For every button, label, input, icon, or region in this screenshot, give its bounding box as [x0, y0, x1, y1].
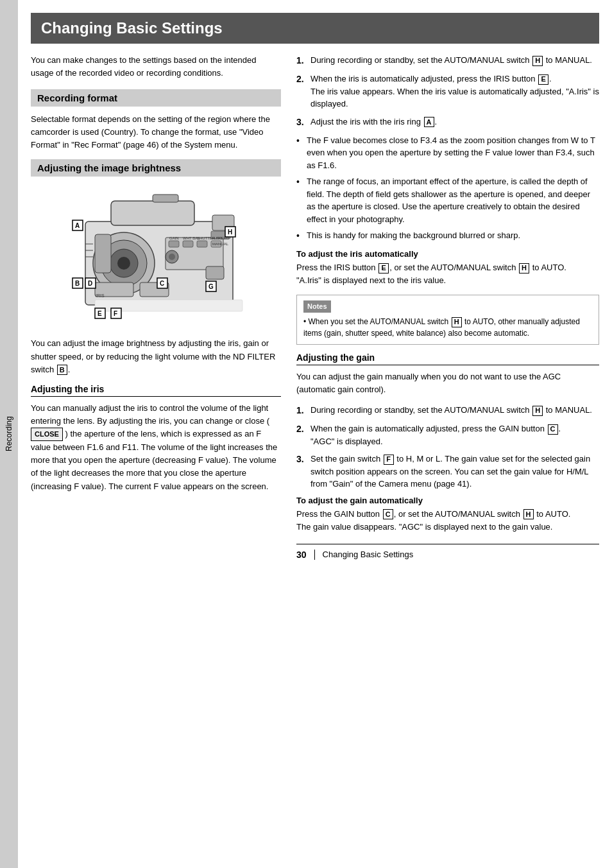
adjusting-iris-header: Adjusting the iris [31, 384, 281, 397]
svg-rect-22 [206, 266, 224, 279]
switch-H-notes: H [452, 317, 462, 327]
svg-rect-10 [183, 241, 193, 247]
iris-ring-A: A [424, 117, 434, 127]
svg-rect-5 [111, 201, 194, 225]
side-tab: Recording [0, 0, 18, 868]
switch-H-1: H [532, 56, 543, 66]
iris-steps-list: 1. During recording or standby, set the … [296, 54, 599, 129]
intro-text: You can make changes to the settings bas… [31, 54, 281, 79]
iris-btn-E-1: E [538, 74, 548, 85]
close-button-inline: CLOSE [31, 428, 63, 441]
image-brightness-header: Adjusting the image brightness [31, 159, 281, 177]
notes-label: Notes [303, 300, 331, 313]
svg-text:G: G [208, 283, 214, 290]
svg-text:MANUAL: MANUAL [212, 242, 229, 246]
camera-illustration: GAIN WHT BAL SHUTTER SPEED AUTO MANUAL I… [47, 183, 265, 331]
iris-step-2: 2. When the iris is automatically adjust… [296, 73, 599, 110]
notes-text: • When you set the AUTO/MANUAL switch H … [303, 316, 592, 339]
page-title: Changing Basic Settings [31, 13, 599, 44]
gain-btn-C-2: C [383, 509, 393, 519]
adjusting-gain-text: You can adjust the gain manually when yo… [296, 370, 599, 396]
svg-text:C: C [160, 280, 164, 287]
page-number: 30 [296, 550, 307, 560]
svg-rect-11 [197, 241, 207, 247]
iris-bullets: • The F value becomes close to F3.4 as t… [296, 134, 599, 243]
svg-rect-7 [153, 195, 178, 202]
svg-point-4 [117, 257, 130, 270]
svg-text:IRIS: IRIS [96, 293, 105, 298]
footer-title: Changing Basic Settings [323, 550, 414, 559]
gain-step-1: 1. During recording or standby, set the … [296, 404, 599, 417]
switch-H-gain-2: H [523, 509, 534, 519]
gain-btn-C: C [548, 424, 558, 435]
footer-divider [314, 550, 315, 560]
svg-text:AUTO: AUTO [212, 236, 223, 240]
svg-point-21 [169, 254, 175, 260]
svg-text:F: F [114, 310, 117, 317]
svg-rect-9 [169, 241, 179, 247]
gain-switch-F: F [384, 455, 394, 465]
gain-step-3: 3. Set the gain switch F to H, M or L. T… [296, 453, 599, 490]
svg-text:D: D [88, 280, 92, 287]
svg-text:E: E [98, 310, 102, 317]
iris-bullet-3: • This is handy for making the backgroun… [296, 229, 599, 243]
auto-iris-subheading: To adjust the iris automatically [296, 249, 599, 259]
adjusting-gain-header: Adjusting the gain [296, 352, 599, 365]
auto-gain-text: Press the GAIN button C, or set the AUTO… [296, 508, 599, 534]
iris-step-3: 3. Adjust the iris with the iris ring A. [296, 116, 599, 129]
switch-H-2: H [519, 263, 529, 273]
image-brightness-text: You can adjust the image brightness by a… [31, 337, 281, 376]
svg-text:H: H [228, 229, 232, 236]
iris-btn-E-2: E [378, 263, 389, 273]
notes-box: Notes • When you set the AUTO/MANUAL swi… [296, 295, 599, 345]
svg-text:B: B [75, 280, 80, 287]
svg-text:GAIN: GAIN [169, 236, 179, 240]
svg-text:A: A [75, 222, 80, 229]
iris-bullet-2: • The range of focus, an important effec… [296, 175, 599, 225]
auto-gain-subheading: To adjust the gain automatically [296, 496, 599, 505]
switch-H-gain-1: H [532, 406, 543, 416]
auto-iris-text: Press the IRIS button E, or set the AUTO… [296, 261, 599, 287]
svg-rect-16 [95, 234, 111, 273]
recording-format-header: Recording format [31, 89, 281, 107]
iris-step-1: 1. During recording or standby, set the … [296, 54, 599, 67]
recording-format-text: Selectable format depends on the setting… [31, 113, 281, 152]
page-footer: 30 Changing Basic Settings [296, 544, 599, 560]
iris-bullet-1: • The F value becomes close to F3.4 as t… [296, 134, 599, 172]
gain-steps-list: 1. During recording or standby, set the … [296, 404, 599, 490]
gain-step-2: 2. When the gain is automatically adjust… [296, 422, 599, 447]
camera-diagram: GAIN WHT BAL SHUTTER SPEED AUTO MANUAL I… [31, 183, 281, 331]
adjusting-iris-text: You can manually adjust the iris to cont… [31, 402, 281, 493]
nd-filter-label-B: B [57, 365, 67, 375]
